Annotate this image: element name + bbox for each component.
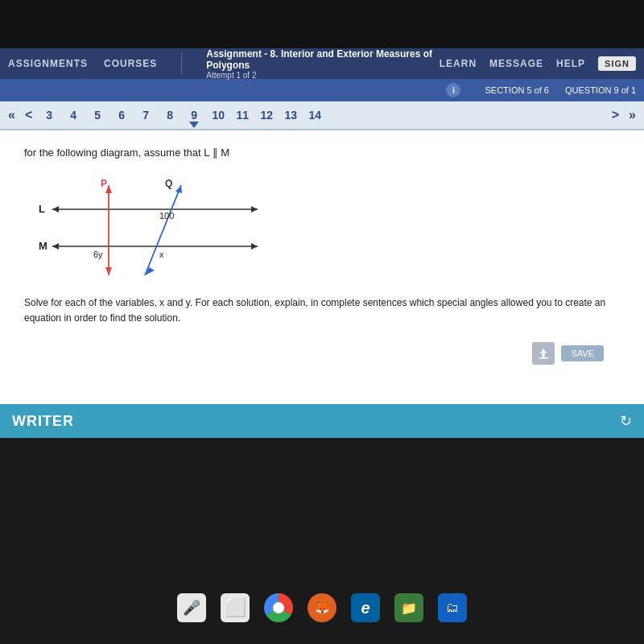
svg-marker-5 xyxy=(251,243,258,250)
label-6y: 6y xyxy=(93,250,103,259)
section-bar: i SECTION 5 of 6 QUESTION 9 of 1 xyxy=(0,79,644,101)
writer-label: WRITER xyxy=(12,413,74,430)
svg-line-9 xyxy=(145,185,181,275)
page-num-14[interactable]: 14 xyxy=(308,109,322,122)
action-bar: SAVE xyxy=(24,338,620,369)
svg-marker-8 xyxy=(105,267,112,275)
label-x: x xyxy=(159,250,164,259)
refresh-icon[interactable]: ↻ xyxy=(620,412,632,430)
svg-rect-14 xyxy=(539,357,548,359)
taskbar-firefox[interactable]: 🦊 xyxy=(308,593,336,622)
assignment-info: Assignment - 8. Interior and Exterior Me… xyxy=(206,48,440,80)
taskbar-mic[interactable]: 🎤 xyxy=(177,593,206,622)
geometry-diagram: L M P xyxy=(32,171,306,287)
nav-right[interactable]: > xyxy=(612,108,619,122)
label-M: M xyxy=(39,240,47,252)
nav-divider xyxy=(181,52,182,75)
svg-marker-4 xyxy=(52,243,59,250)
taskbar-chrome[interactable] xyxy=(264,593,293,622)
upload-button[interactable] xyxy=(532,342,555,365)
writer-bar: WRITER ↻ xyxy=(0,404,644,438)
svg-rect-13 xyxy=(543,353,545,357)
page-num-7[interactable]: 7 xyxy=(138,109,153,122)
label-L: L xyxy=(39,203,45,215)
help-nav[interactable]: HELP xyxy=(556,58,585,69)
label-Q: Q xyxy=(165,178,172,189)
label-P: P xyxy=(101,178,107,189)
question-premise: for the following diagram, assume that L… xyxy=(24,147,620,159)
top-black-bar xyxy=(0,0,644,48)
solve-text: Solve for each of the variables, x and y… xyxy=(24,295,620,326)
number-navigation: « < 3 4 5 6 7 8 9 10 11 12 13 14 > » xyxy=(0,101,644,130)
taskbar-window[interactable]: ⬜ xyxy=(221,593,250,622)
page-num-3[interactable]: 3 xyxy=(42,109,56,122)
svg-marker-10 xyxy=(175,185,182,193)
message-nav[interactable]: MESSAGE xyxy=(489,58,543,69)
sign-button[interactable]: SIGN xyxy=(598,56,636,71)
svg-marker-12 xyxy=(540,349,547,353)
page-num-9[interactable]: 9 xyxy=(187,109,201,122)
svg-marker-2 xyxy=(251,206,258,213)
assignment-attempt: Attempt 1 of 2 xyxy=(206,71,440,80)
nav-left[interactable]: < xyxy=(25,108,32,122)
page-num-11[interactable]: 11 xyxy=(235,109,250,122)
label-100: 100 xyxy=(159,211,174,221)
main-content: ASSIGNMENTS COURSES Assignment - 8. Inte… xyxy=(0,48,644,438)
svg-marker-1 xyxy=(52,206,59,213)
page-num-12[interactable]: 12 xyxy=(259,109,274,122)
section-info: SECTION 5 of 6 xyxy=(485,85,548,95)
assignment-title: Assignment - 8. Interior and Exterior Me… xyxy=(206,48,440,71)
nav-double-right[interactable]: » xyxy=(629,108,636,122)
page-num-13[interactable]: 13 xyxy=(283,109,298,122)
page-num-8[interactable]: 8 xyxy=(163,109,177,122)
upload-icon xyxy=(537,347,550,360)
nav-double-left[interactable]: « xyxy=(8,108,15,122)
taskbar-edge[interactable]: e xyxy=(351,593,380,622)
info-icon[interactable]: i xyxy=(446,83,460,97)
taskbar-explorer[interactable]: 🗂 xyxy=(438,593,467,622)
page-num-5[interactable]: 5 xyxy=(90,109,105,122)
page-num-10[interactable]: 10 xyxy=(211,109,225,122)
question-area: for the following diagram, assume that L… xyxy=(0,130,644,404)
taskbar-files[interactable]: 📁 xyxy=(394,593,423,622)
assignments-nav[interactable]: ASSIGNMENTS xyxy=(8,58,88,69)
question-info: QUESTION 9 of 1 xyxy=(565,85,636,95)
diagram-area: L M P xyxy=(32,171,306,283)
page-num-6[interactable]: 6 xyxy=(114,109,129,122)
page-num-4[interactable]: 4 xyxy=(66,109,80,122)
top-navigation: ASSIGNMENTS COURSES Assignment - 8. Inte… xyxy=(0,48,644,79)
nav-right: LEARN MESSAGE HELP SIGN xyxy=(440,56,636,71)
taskbar: 🎤 ⬜ 🦊 e 📁 🗂 xyxy=(0,572,644,644)
courses-nav[interactable]: COURSES xyxy=(104,58,157,69)
nav-left: ASSIGNMENTS COURSES Assignment - 8. Inte… xyxy=(8,48,440,80)
save-button[interactable]: SAVE xyxy=(561,345,604,361)
learn-nav[interactable]: LEARN xyxy=(440,58,477,69)
